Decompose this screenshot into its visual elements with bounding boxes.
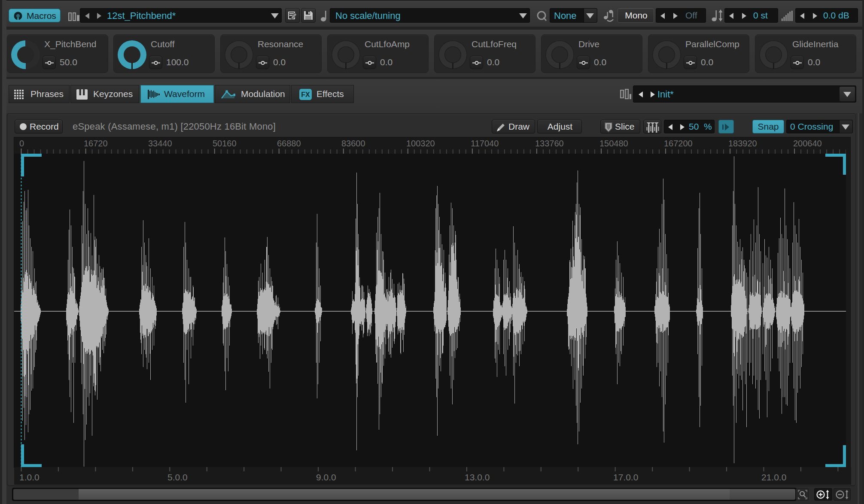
svg-text:FX: FX [301, 91, 310, 98]
